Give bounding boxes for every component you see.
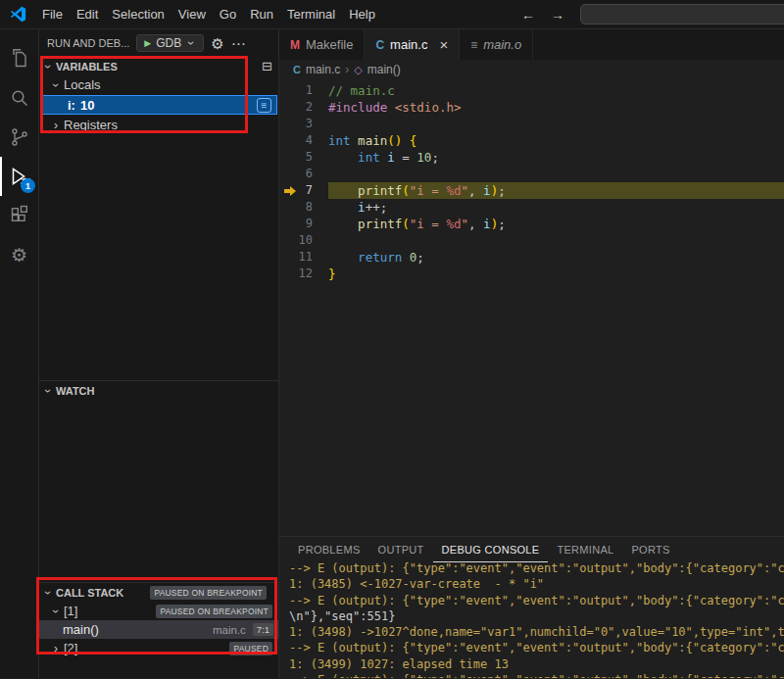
- debug-current-line-arrow-icon: [284, 189, 290, 193]
- vscode-window: FileEditSelectionViewGoRunTerminalHelp ←…: [0, 0, 784, 679]
- menu-view[interactable]: View: [172, 7, 213, 22]
- code-line-3[interactable]: 3: [279, 116, 784, 132]
- gutter[interactable]: 3: [279, 116, 328, 132]
- menu-run[interactable]: Run: [243, 7, 280, 22]
- tab-makefile[interactable]: M Makefile: [279, 29, 365, 60]
- code-line-1[interactable]: 1// main.c: [279, 82, 784, 99]
- gutter[interactable]: 11: [279, 249, 328, 266]
- variables-header[interactable]: › VARIABLES ⊟: [39, 57, 278, 75]
- debug-config-dropdown[interactable]: ▶ GDB ›: [136, 34, 204, 52]
- menu-edit[interactable]: Edit: [70, 7, 105, 22]
- chevron-right-icon: ›: [51, 642, 61, 655]
- code-line-12[interactable]: 12}: [279, 266, 784, 282]
- extensions-icon[interactable]: [0, 196, 38, 235]
- console-line: 1: (3498) ->1027^done,name="var1",numchi…: [289, 624, 784, 640]
- call-stack-thread-1[interactable]: › [1] PAUSED ON BREAKPOINT: [39, 602, 278, 620]
- more-actions-icon[interactable]: ⋯: [231, 36, 246, 51]
- code-line-text: printf("i = %d", i);: [328, 182, 784, 199]
- code-line-text: int main() {: [328, 132, 784, 149]
- breadcrumb-symbol[interactable]: main(): [368, 63, 401, 76]
- watch-header[interactable]: › WATCH: [39, 381, 278, 400]
- chevron-down-icon: ›: [49, 80, 63, 90]
- variable-row-i[interactable]: i: 10 ≡: [40, 95, 277, 115]
- code-line-2[interactable]: 2#include <stdio.h>: [279, 99, 784, 116]
- debug-settings-gear-icon[interactable]: ⚙: [211, 36, 223, 51]
- frame-name: main(): [63, 622, 99, 637]
- variables-group-locals[interactable]: › Locals: [39, 75, 278, 94]
- menu-terminal[interactable]: Terminal: [280, 7, 342, 22]
- panel-tab-problems[interactable]: PROBLEMS: [289, 537, 369, 562]
- variables-group-registers[interactable]: › Registers: [39, 116, 278, 134]
- code-line-9[interactable]: 9 printf("i = %d", i);: [279, 216, 784, 232]
- explorer-icon[interactable]: [0, 39, 38, 78]
- registers-label: Registers: [64, 118, 118, 132]
- menu-help[interactable]: Help: [342, 7, 382, 22]
- tab-label: main.o: [483, 37, 521, 52]
- line-number: 2: [306, 99, 313, 116]
- chevron-down-icon: ›: [184, 38, 198, 48]
- titlebar: FileEditSelectionViewGoRunTerminalHelp ←…: [0, 0, 784, 29]
- gutter[interactable]: 1: [279, 82, 328, 99]
- debug-console-output: --> E (output): {"type":"event","event":…: [279, 560, 784, 678]
- panel-tab-debug-console[interactable]: DEBUG CONSOLE: [433, 537, 549, 562]
- variables-title: VARIABLES: [56, 61, 118, 73]
- gutter[interactable]: 5: [279, 149, 328, 166]
- gutter[interactable]: 4: [279, 132, 328, 149]
- forward-icon[interactable]: →: [551, 7, 564, 23]
- vscode-logo-icon: [10, 6, 26, 23]
- gutter[interactable]: 10: [279, 232, 328, 249]
- back-icon[interactable]: ←: [521, 7, 535, 23]
- code-line-10[interactable]: 10: [279, 232, 784, 249]
- call-stack-header[interactable]: › CALL STACK PAUSED ON BREAKPOINT: [39, 583, 278, 602]
- menu-file[interactable]: File: [35, 7, 70, 22]
- code-editor[interactable]: 1// main.c2#include <stdio.h>34int main(…: [279, 79, 784, 536]
- variable-name: i:: [68, 98, 75, 113]
- line-number: 1: [306, 82, 313, 99]
- code-line-text: [328, 232, 784, 249]
- close-icon[interactable]: ×: [439, 36, 448, 53]
- line-number: 3: [306, 116, 313, 132]
- console-line: --> E (output): {"type":"event","event":…: [289, 560, 784, 576]
- frame-position-badge: 7:1: [253, 623, 273, 636]
- panel-tab-output[interactable]: OUTPUT: [369, 537, 433, 562]
- gutter[interactable]: 7: [279, 182, 328, 199]
- binary-view-icon[interactable]: ≡: [257, 98, 271, 113]
- source-control-icon[interactable]: [0, 118, 38, 157]
- search-icon[interactable]: [0, 78, 38, 118]
- tab-main-o[interactable]: ≡ main.o: [460, 29, 533, 60]
- gutter[interactable]: 9: [279, 216, 328, 232]
- call-stack-thread-2[interactable]: › [2] PAUSED: [39, 639, 278, 657]
- watch-title: WATCH: [56, 385, 95, 397]
- run-and-debug-icon[interactable]: 1: [0, 157, 38, 196]
- code-line-11[interactable]: 11 return 0;: [279, 249, 784, 266]
- console-line: 1: (3485) <-1027-var-create - * "i": [289, 576, 784, 592]
- code-line-text: i++;: [328, 199, 784, 216]
- console-line: 1: (3499) 1027: elapsed time 13: [289, 656, 784, 672]
- tab-main-c[interactable]: C main.c ×: [365, 29, 460, 60]
- panel-tab-ports[interactable]: PORTS: [622, 537, 678, 562]
- stack-frame-main[interactable]: main() main.c 7:1: [39, 620, 278, 639]
- code-line-8[interactable]: 8 i++;: [279, 199, 784, 216]
- debug-start-icon[interactable]: ▶: [144, 38, 151, 48]
- code-line-5[interactable]: 5 int i = 10;: [279, 149, 784, 166]
- breadcrumb-file[interactable]: main.c: [306, 63, 340, 76]
- collapse-all-icon[interactable]: ⊟: [262, 59, 272, 73]
- menu-go[interactable]: Go: [213, 7, 243, 22]
- command-center-search[interactable]: [580, 4, 784, 24]
- gutter[interactable]: 2: [279, 99, 328, 116]
- settings-gear-icon[interactable]: ⚙: [0, 235, 38, 274]
- code-line-7[interactable]: 7 printf("i = %d", i);: [279, 182, 784, 199]
- chevron-right-icon: ›: [345, 63, 349, 76]
- panel-tab-terminal[interactable]: TERMINAL: [548, 537, 622, 562]
- line-number: 5: [306, 149, 313, 166]
- menu-selection[interactable]: Selection: [105, 7, 171, 22]
- call-stack-section: › CALL STACK PAUSED ON BREAKPOINT › [1] …: [39, 582, 278, 657]
- tab-label: main.c: [390, 37, 427, 52]
- code-line-4[interactable]: 4int main() {: [279, 132, 784, 149]
- gutter[interactable]: 6: [279, 166, 328, 182]
- binary-file-icon: ≡: [470, 38, 477, 52]
- line-number: 4: [306, 132, 313, 149]
- code-line-6[interactable]: 6: [279, 166, 784, 182]
- gutter[interactable]: 8: [279, 199, 328, 216]
- gutter[interactable]: 12: [279, 266, 328, 282]
